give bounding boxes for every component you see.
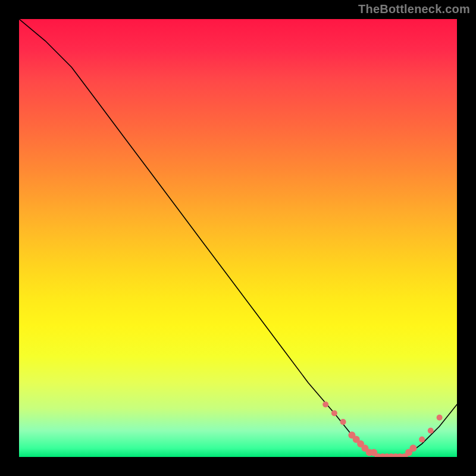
bottleneck-curve [19, 19, 457, 457]
data-point [419, 437, 425, 443]
data-point [331, 410, 337, 416]
plot-area [19, 19, 457, 457]
data-markers [322, 402, 442, 457]
chart-frame: TheBottleneck.com [0, 0, 476, 476]
data-point [437, 415, 443, 421]
watermark-label: TheBottleneck.com [358, 2, 470, 16]
data-point [428, 428, 434, 434]
data-point [340, 419, 346, 425]
data-point [409, 444, 416, 452]
curve-svg [19, 19, 457, 457]
data-point [322, 402, 328, 408]
